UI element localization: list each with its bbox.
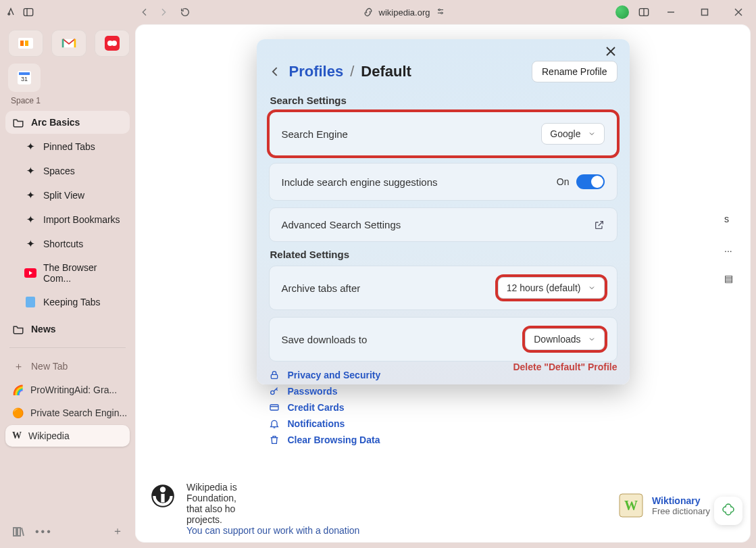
delete-profile-link[interactable]: Delete "Default" Profile [513, 362, 617, 372]
arc-icon: ✦ [24, 165, 36, 177]
nav-back-icon[interactable] [139, 7, 150, 18]
svg-text:31: 31 [21, 76, 28, 82]
sidebar-folder-label: Arc Basics [31, 117, 80, 128]
link-notifications[interactable]: Notifications [269, 418, 618, 429]
floating-assistant-button[interactable] [714, 497, 742, 525]
arc-icon: ✦ [24, 141, 36, 153]
archive-select[interactable]: 12 hours (default) [498, 277, 605, 299]
svg-point-18 [111, 41, 117, 46]
tab-wikipedia[interactable]: WWikipedia [5, 425, 130, 447]
link-clear-data[interactable]: Clear Browsing Data [269, 434, 618, 445]
tab-private-search[interactable]: 🟠Private Search Engin... [5, 402, 130, 424]
chevron-down-icon [588, 130, 596, 138]
chevron-down-icon [588, 284, 596, 292]
svg-rect-10 [702, 9, 708, 16]
site-tune-icon[interactable] [435, 7, 446, 18]
settings-modal: Profiles / Default Rename Profile Search… [257, 39, 630, 384]
advanced-search-card[interactable]: Advanced Search Settings [269, 207, 618, 242]
bg-text-fragment: s ... ▤ [724, 214, 733, 303]
downloads-card: Save downloads to Downloads [269, 317, 618, 362]
rename-profile-button[interactable]: Rename Profile [532, 61, 618, 82]
pinned-app-office[interactable] [8, 30, 43, 57]
breadcrumb-current: Default [361, 63, 411, 80]
svg-rect-15 [25, 41, 28, 46]
sidebar-item-pinned-tabs[interactable]: ✦Pinned Tabs [5, 135, 130, 158]
tab-prowritingaid[interactable]: 🌈ProWritingAid: Gra... [5, 379, 130, 401]
sidebar-folder-arc-basics[interactable]: Arc Basics [5, 111, 130, 134]
svg-rect-24 [14, 528, 16, 536]
favicon-wikipedia: W [12, 430, 22, 441]
new-tab-button[interactable]: ＋ New Tab [5, 355, 130, 378]
svg-rect-23 [26, 297, 35, 307]
extension-chatgpt-icon[interactable] [615, 5, 629, 19]
suggestions-card: Include search engine suggestions On [269, 163, 618, 201]
arc-icon: ✦ [24, 238, 36, 250]
lock-icon [269, 370, 281, 380]
donation-link[interactable]: You can support our work with a donation [186, 525, 359, 536]
svg-text:W: W [624, 498, 638, 513]
arc-icon: ✦ [24, 189, 36, 201]
chevron-down-icon [588, 335, 596, 343]
url-host[interactable]: wikipedia.org [379, 7, 430, 18]
sidebar-item-import-bookmarks[interactable]: ✦Import Bookmarks [5, 208, 130, 231]
library-icon[interactable] [12, 526, 24, 538]
nav-reload-icon[interactable] [177, 7, 193, 18]
plus-icon: ＋ [12, 360, 24, 372]
suggestions-label: Include search engine suggestions [282, 176, 438, 188]
trash-icon [269, 434, 281, 445]
svg-rect-34 [270, 405, 278, 410]
space-label: Space 1 [11, 96, 124, 105]
wiktionary-icon: W [618, 493, 644, 518]
arc-icon: ✦ [24, 214, 36, 226]
archive-label: Archive tabs after [282, 282, 361, 294]
bell-icon [269, 418, 281, 429]
window-maximize[interactable] [692, 3, 717, 22]
window-minimize[interactable] [659, 3, 683, 22]
sidebar-divider [9, 347, 126, 348]
external-link-icon [594, 220, 605, 230]
suggestions-state: On [557, 176, 570, 187]
window-titlebar: wikipedia.org [0, 0, 756, 24]
downloads-label: Save downloads to [282, 334, 368, 345]
pinned-app-red[interactable] [95, 30, 130, 57]
svg-point-27 [160, 487, 166, 492]
breadcrumb: Profiles / Default [269, 63, 411, 80]
wiktionary-tile[interactable]: W Wiktionary Free dictionary [618, 493, 710, 518]
doc-icon [24, 296, 36, 308]
sidebar-item-spaces[interactable]: ✦Spaces [5, 159, 130, 182]
svg-rect-1 [24, 9, 32, 16]
svg-rect-25 [18, 528, 20, 536]
sidebar-folder-news[interactable]: News [5, 318, 130, 341]
favicon-ddg: 🟠 [12, 407, 24, 418]
nav-forward-icon[interactable] [155, 7, 172, 18]
window-close[interactable] [726, 3, 751, 22]
link-credit-cards[interactable]: Credit Cards [269, 402, 618, 413]
pinned-app-calendar[interactable]: 31 [8, 64, 41, 92]
archive-card: Archive tabs after 12 hours (default) [269, 266, 618, 310]
back-arrow-icon[interactable] [269, 65, 282, 78]
folder-icon [12, 116, 24, 128]
suggestions-toggle[interactable] [576, 174, 605, 189]
folder-icon [12, 323, 24, 335]
section-related-settings: Related Settings [270, 249, 618, 260]
sidebar-item-keeping-tabs[interactable]: Keeping Tabs [5, 291, 130, 314]
sidebar: 31 Space 1 Arc Basics ✦Pinned Tabs ✦Spac… [0, 24, 135, 548]
close-button[interactable] [605, 46, 622, 62]
pinned-app-gmail[interactable] [51, 30, 86, 57]
search-engine-select[interactable]: Google [541, 123, 604, 145]
credit-card-icon [269, 402, 281, 413]
sidebar-item-browser-company[interactable]: The Browser Com... [5, 257, 130, 289]
add-icon[interactable]: ＋ [112, 524, 123, 539]
search-engine-label: Search Engine [282, 128, 348, 140]
sidebar-item-shortcuts[interactable]: ✦Shortcuts [5, 232, 130, 255]
split-view-icon[interactable] [638, 7, 649, 18]
site-info-icon[interactable] [363, 7, 374, 18]
key-icon [269, 386, 281, 397]
breadcrumb-root[interactable]: Profiles [289, 63, 344, 80]
sidebar-item-split-view[interactable]: ✦Split View [5, 184, 130, 207]
downloads-select[interactable]: Downloads [525, 328, 604, 350]
more-dots-icon[interactable]: ••• [35, 526, 53, 538]
link-passwords[interactable]: Passwords [269, 386, 618, 397]
sidebar-toggle-icon[interactable] [23, 7, 34, 18]
search-engine-card: Search Engine Google [269, 111, 618, 156]
